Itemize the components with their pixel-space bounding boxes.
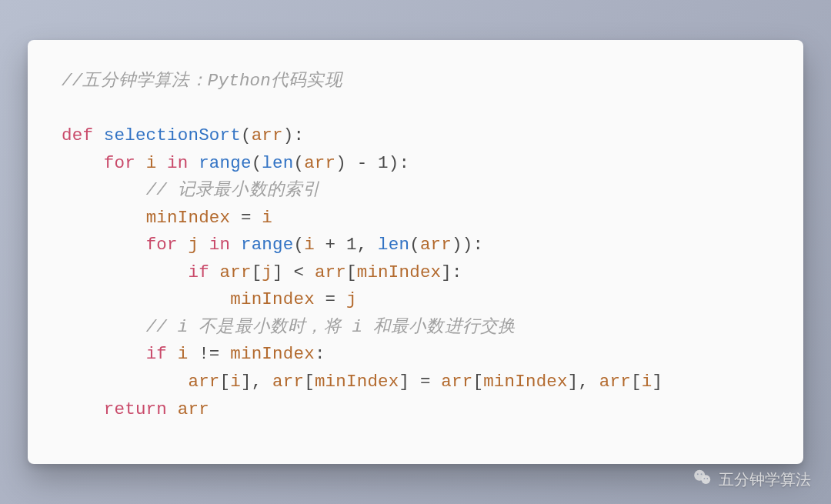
svg-point-2	[697, 473, 699, 475]
arr-ref: arr	[304, 153, 335, 173]
minIndex-ref-2: minIndex	[230, 344, 315, 364]
code-card: //五分钟学算法：Python代码实现 def selectionSort(ar…	[28, 40, 803, 464]
var-minIndex: minIndex	[146, 208, 231, 228]
arr-ref-2: arr	[420, 235, 452, 255]
arr-ref-5: arr	[188, 372, 219, 392]
comma-1: ,	[357, 235, 378, 255]
comment-min: // 记录最小数的索引	[146, 180, 321, 200]
kw-in-inner: in	[209, 235, 230, 255]
minIndex-assign: minIndex	[230, 289, 315, 309]
comment-title: //五分钟学算法：Python代码实现	[62, 71, 342, 91]
arr-return: arr	[178, 399, 209, 419]
var-i-ref-4: i	[230, 372, 241, 392]
op-lt: <	[283, 262, 315, 282]
comma-3: ,	[578, 372, 599, 392]
comma-2: ,	[252, 372, 272, 392]
arr-ref-6: arr	[272, 372, 304, 392]
kw-def: def	[62, 125, 93, 145]
var-j-ref: j	[262, 262, 272, 282]
kw-if-2: if	[146, 344, 167, 364]
kw-for-inner: for	[146, 235, 178, 255]
code-block: //五分钟学算法：Python代码实现 def selectionSort(ar…	[62, 68, 769, 423]
comment-swap: // i 不是最小数时，将 i 和最小数进行交换	[146, 317, 516, 337]
var-i-ref-3: i	[178, 344, 189, 364]
op-minus: -	[346, 153, 378, 173]
svg-point-1	[701, 475, 710, 484]
op-plus: +	[315, 235, 346, 255]
kw-for: for	[104, 153, 135, 173]
num-one: 1	[378, 153, 389, 173]
fn-range: range	[199, 153, 252, 173]
arr-ref-7: arr	[441, 372, 472, 392]
op-eq: =	[230, 208, 262, 228]
op-neq: !=	[188, 344, 230, 364]
kw-return: return	[104, 399, 167, 419]
minIndex-ref-4: minIndex	[483, 372, 568, 392]
minIndex-ref: minIndex	[357, 262, 442, 282]
var-i: i	[146, 153, 157, 173]
fn-name: selectionSort	[104, 125, 241, 145]
var-j-ref-2: j	[346, 289, 357, 309]
fn-len: len	[262, 153, 293, 173]
var-i-ref2: i	[304, 235, 315, 255]
arr-ref-8: arr	[599, 372, 631, 392]
svg-point-5	[706, 478, 708, 479]
fn-len-2: len	[378, 235, 409, 255]
minIndex-ref-3: minIndex	[315, 372, 399, 392]
fn-range-inner: range	[241, 235, 294, 255]
svg-point-4	[704, 478, 706, 479]
var-i-ref-5: i	[642, 372, 652, 392]
watermark-text: 五分钟学算法	[719, 469, 811, 490]
param-arr: arr	[252, 125, 283, 145]
var-i-ref: i	[262, 208, 272, 228]
arr-ref-4: arr	[315, 262, 346, 282]
watermark: 五分钟学算法	[692, 468, 811, 492]
kw-in: in	[167, 153, 188, 173]
svg-point-3	[701, 473, 703, 475]
kw-if: if	[188, 262, 209, 282]
op-eq-3: =	[409, 372, 441, 392]
wechat-icon	[692, 468, 713, 492]
num-one-2: 1	[346, 235, 357, 255]
var-j: j	[188, 235, 199, 255]
arr-ref-3: arr	[220, 262, 252, 282]
op-eq-2: =	[315, 289, 346, 309]
